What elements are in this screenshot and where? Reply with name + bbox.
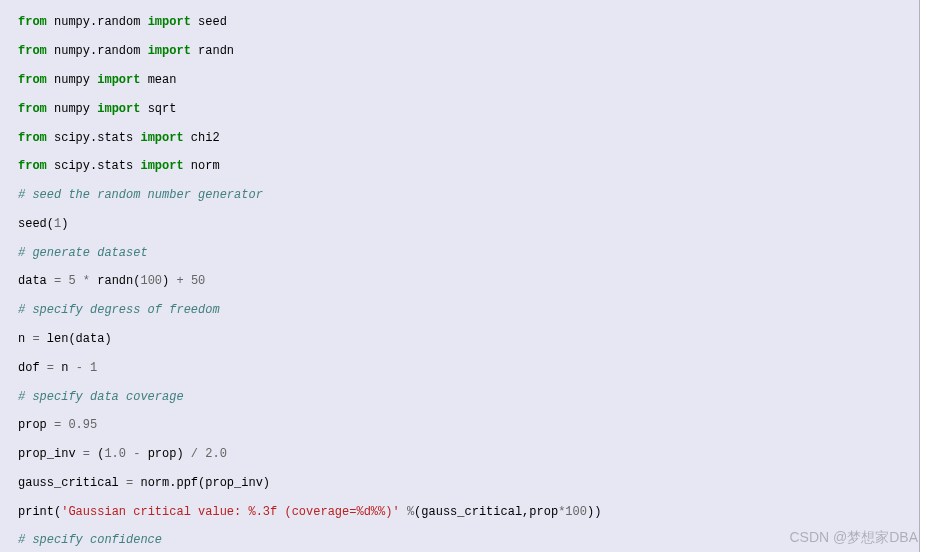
code-line: n = len(data) (18, 332, 919, 346)
code-line: prop_inv = (1.0 - prop) / 2.0 (18, 447, 919, 461)
code-line: dof = n - 1 (18, 361, 919, 375)
code-line: from numpy import mean (18, 73, 919, 87)
code-line: # specify degress of freedom (18, 303, 919, 317)
code-line: print('Gaussian critical value: %.3f (co… (18, 505, 919, 519)
code-line: gauss_critical = norm.ppf(prop_inv) (18, 476, 919, 490)
code-line: from numpy.random import seed (18, 15, 919, 29)
code-line: from scipy.stats import norm (18, 159, 919, 173)
code-line: # seed the random number generator (18, 188, 919, 202)
code-line: seed(1) (18, 217, 919, 231)
code-line: data = 5 * randn(100) + 50 (18, 274, 919, 288)
code-line: # generate dataset (18, 246, 919, 260)
code-line: # specify confidence (18, 533, 919, 547)
code-line: prop = 0.95 (18, 418, 919, 432)
code-line: # specify data coverage (18, 390, 919, 404)
code-line: from numpy.random import randn (18, 44, 919, 58)
code-line: from scipy.stats import chi2 (18, 131, 919, 145)
code-block: from numpy.random import seed from numpy… (0, 0, 920, 552)
code-line: from numpy import sqrt (18, 102, 919, 116)
